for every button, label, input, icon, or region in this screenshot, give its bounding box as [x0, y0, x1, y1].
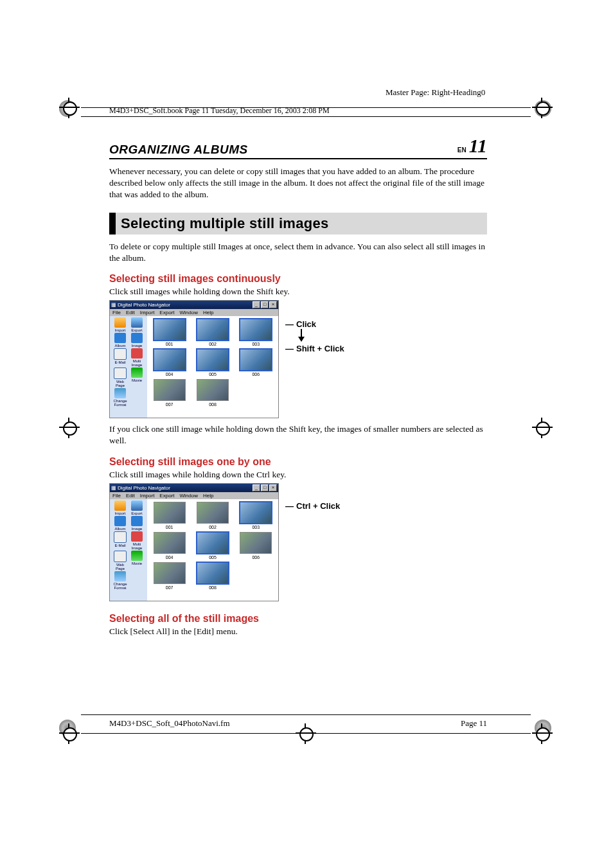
thumbnail[interactable]: 004 — [150, 349, 189, 376]
menu-window[interactable]: Window — [179, 493, 197, 499]
thumbnail[interactable]: 005 — [193, 532, 232, 560]
banner-subtext: To delete or copy multiple still Images … — [109, 241, 487, 264]
multi-image-icon — [131, 348, 143, 359]
menu-window[interactable]: Window — [179, 310, 197, 315]
sidebar-image[interactable]: Image — [130, 333, 144, 348]
sidebar-multi-image[interactable]: Multi Image — [130, 531, 144, 550]
sidebar-export[interactable]: Export — [130, 500, 144, 515]
sidebar-web-page[interactable]: Web Page — [113, 368, 127, 387]
thumbnail[interactable]: 003 — [236, 319, 276, 346]
close-icon[interactable]: × — [269, 484, 277, 492]
movie-icon — [131, 551, 143, 561]
sec1-figure-row: ▦ Digital Photo Navigator _ □ × File Edi… — [109, 300, 487, 418]
sidebar-web-page[interactable]: Web Page — [113, 551, 127, 571]
svg-marker-1 — [298, 337, 305, 342]
callout-click: Click — [296, 319, 316, 329]
thumbnail[interactable]: 007 — [150, 562, 189, 590]
sidebar-multi-image[interactable]: Multi Image — [130, 348, 144, 367]
arrow-down-icon — [297, 329, 306, 342]
thumbnail[interactable]: 001 — [150, 502, 189, 529]
sec3-instruction: Click [Select All] in the [Edit] menu. — [109, 626, 487, 637]
close-icon[interactable]: × — [269, 301, 277, 308]
sidebar-movie[interactable]: Movie — [130, 551, 144, 571]
menu-export[interactable]: Export — [159, 493, 174, 499]
thumbnail[interactable]: 008 — [193, 379, 232, 407]
menu-file[interactable]: File — [112, 493, 121, 499]
window-title: Digital Photo Navigator — [118, 302, 170, 308]
thumbnail[interactable]: 002 — [193, 319, 232, 346]
frame-line — [81, 733, 531, 734]
app-icon: ▦ — [111, 302, 116, 308]
sidebar-change-format[interactable]: Change Format — [113, 388, 127, 407]
callout-shift-click: Shift + Click — [296, 344, 344, 353]
minimize-icon[interactable]: _ — [253, 301, 260, 308]
sec2-callouts: —Ctrl + Click — [285, 483, 340, 511]
footer-page: Page 11 — [461, 718, 487, 729]
sidebar-album[interactable]: Album — [113, 516, 127, 531]
maximize-icon[interactable]: □ — [261, 484, 269, 492]
thumb-label: 005 — [193, 372, 232, 376]
sidebar-import[interactable]: Import — [113, 317, 127, 332]
thumb-label: 008 — [193, 585, 232, 590]
footer-meta: M4D3+DSC_Soft_04PhotoNavi.fm Page 11 — [109, 718, 487, 729]
chapter-lang: EN — [458, 146, 466, 154]
banner-accent — [109, 213, 116, 235]
maximize-icon[interactable]: □ — [261, 301, 269, 308]
thumb-label: 001 — [150, 342, 189, 346]
menu-import[interactable]: Import — [140, 310, 155, 315]
sidebar-label: Image — [132, 344, 143, 348]
menu-edit[interactable]: Edit — [126, 493, 135, 499]
thumbnail[interactable]: 005 — [193, 349, 232, 376]
sidebar-label: Multi Image — [132, 359, 143, 367]
sec1-instruction: Click still images while holding down th… — [109, 287, 487, 297]
banner-title: Selecting multiple still images — [116, 213, 487, 235]
minimize-icon[interactable]: _ — [253, 484, 260, 492]
thumbnail[interactable]: 007 — [150, 379, 189, 407]
export-icon — [131, 317, 143, 328]
thumbnail[interactable]: 003 — [236, 502, 276, 529]
change-format-icon — [114, 571, 126, 581]
sidebar-label: Movie — [132, 562, 142, 565]
thumbnail[interactable]: 001 — [150, 319, 189, 346]
thumbnail[interactable]: 008 — [193, 562, 232, 590]
registration-mark — [59, 98, 80, 118]
callout-leader: — — [285, 344, 294, 353]
menu-import[interactable]: Import — [140, 493, 155, 499]
sidebar-image[interactable]: Image — [130, 516, 144, 531]
sidebar-label: E-Mail — [114, 544, 125, 547]
thumbnail[interactable]: 006 — [236, 532, 276, 560]
sec2-figure-row: ▦ Digital Photo Navigator _ □ × File Edi… — [109, 483, 487, 601]
thumbnail[interactable]: 004 — [150, 532, 189, 560]
sidebar-email[interactable]: E-Mail — [113, 348, 127, 367]
movie-icon — [131, 368, 143, 378]
sidebar-label: Export — [131, 511, 142, 515]
sec1-after: If you click one still image while holdi… — [109, 423, 487, 447]
menu-help[interactable]: Help — [203, 310, 213, 315]
registration-mark — [59, 418, 80, 438]
sidebar: Import Export Album Image E-Mail Multi I… — [110, 499, 147, 601]
sidebar: Import Export Album Image E-Mail Multi I… — [110, 316, 147, 418]
menu-edit[interactable]: Edit — [126, 310, 135, 315]
thumb-label: 006 — [236, 372, 276, 376]
sidebar-label: Export — [131, 328, 142, 332]
sidebar-export[interactable]: Export — [130, 317, 144, 332]
thumb-label: 007 — [150, 585, 189, 590]
sidebar-movie[interactable]: Movie — [130, 368, 144, 387]
callout-ctrl-click: Ctrl + Click — [296, 501, 340, 511]
image-icon — [131, 516, 143, 526]
sidebar-album[interactable]: Album — [113, 333, 127, 348]
thumbnail[interactable]: 006 — [236, 349, 276, 376]
web-page-icon — [114, 368, 127, 379]
sidebar-email[interactable]: E-Mail — [113, 531, 127, 550]
sidebar-change-format[interactable]: Change Format — [113, 571, 127, 590]
menu-export[interactable]: Export — [159, 310, 174, 315]
menu-help[interactable]: Help — [203, 493, 213, 499]
import-icon — [114, 317, 126, 328]
registration-mark — [532, 418, 553, 438]
sidebar-label: Web Page — [116, 563, 125, 571]
thumbnail[interactable]: 002 — [193, 502, 232, 529]
sidebar-import[interactable]: Import — [113, 500, 127, 515]
sec1-heading: Selecting still images continuously — [109, 273, 487, 285]
album-icon — [114, 333, 126, 343]
menu-file[interactable]: File — [112, 310, 121, 315]
